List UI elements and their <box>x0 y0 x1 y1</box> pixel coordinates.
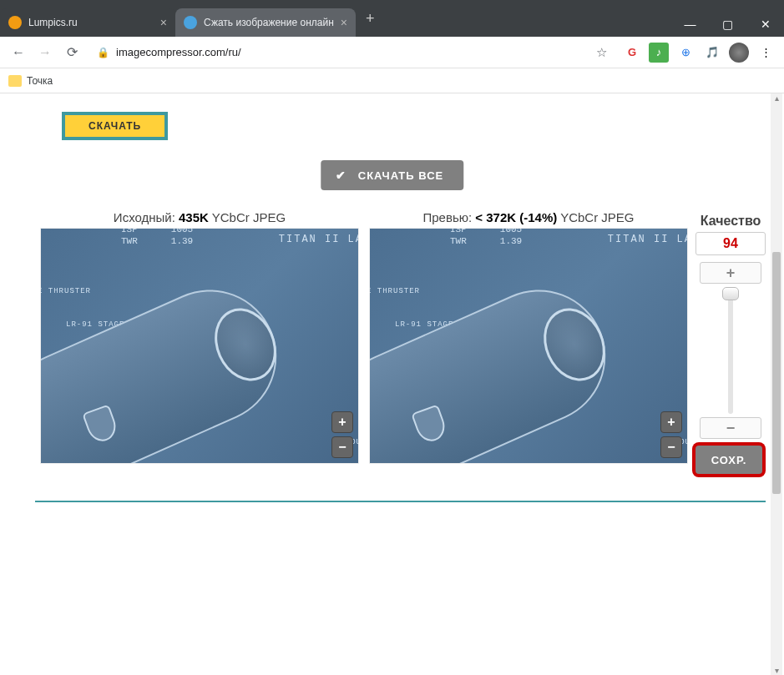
download-button[interactable]: СКАЧАТЬ <box>62 112 168 140</box>
close-icon[interactable]: × <box>334 16 347 29</box>
quality-value-input[interactable]: 94 <box>695 232 766 255</box>
media-control-icon[interactable]: 🎵 <box>702 43 722 63</box>
browser-titlebar: Lumpics.ru × Сжать изображение онлайн × … <box>0 0 784 37</box>
quality-title: Качество <box>695 214 766 229</box>
reload-button[interactable]: ⟳ <box>60 41 83 64</box>
bookmark-star-icon[interactable]: ☆ <box>596 45 607 60</box>
blueprint-table: ISP1005 TWR1.39 <box>445 228 527 247</box>
zoom-controls: + − <box>660 411 682 458</box>
divider <box>35 501 766 502</box>
preview-image-panel[interactable]: ISP1005 TWR1.39 TITAN II LA E THRUSTER L… <box>369 228 688 464</box>
quality-slider[interactable] <box>728 289 733 414</box>
original-heading: Исходный: 435K YCbCr JPEG <box>40 210 359 224</box>
tab-imagecompressor[interactable]: Сжать изображение онлайн × <box>175 8 356 37</box>
preview-heading: Превью: < 372K (-14%) YCbCr JPEG <box>369 210 688 224</box>
page-viewport: СКАЧАТЬ ✔ СКАЧАТЬ ВСЕ Исходный: 435K YCb… <box>0 93 784 675</box>
bookmarks-bar: Точка <box>0 68 784 93</box>
back-button[interactable]: ← <box>7 41 30 64</box>
images-row: ISP1005 TWR1.39 TITAN II LA E THRUSTER L… <box>40 228 688 464</box>
lock-icon: 🔒 <box>97 47 109 58</box>
address-bar[interactable]: 🔒 imagecompressor.com/ru/ ☆ <box>87 41 617 64</box>
save-button[interactable]: СОХР. <box>695 446 762 474</box>
download-all-label: СКАЧАТЬ ВСЕ <box>358 169 443 182</box>
quality-plus-button[interactable]: + <box>700 262 761 284</box>
scroll-down-icon[interactable]: ▾ <box>771 666 782 675</box>
blueprint-table: ISP1005 TWR1.39 <box>116 228 198 247</box>
zoom-out-button[interactable]: − <box>660 436 682 458</box>
profile-avatar[interactable] <box>729 43 749 63</box>
slider-thumb[interactable] <box>722 287 739 300</box>
quality-minus-button[interactable]: − <box>700 417 761 439</box>
extension-icon[interactable]: ♪ <box>649 43 669 63</box>
blueprint-label: E THRUSTER <box>40 287 91 295</box>
original-image-panel[interactable]: ISP1005 TWR1.39 TITAN II LA E THRUSTER L… <box>40 228 359 464</box>
bookmark-item[interactable]: Точка <box>27 75 53 87</box>
tab-label: Lumpics.ru <box>28 17 78 28</box>
forward-button[interactable]: → <box>33 41 57 64</box>
extension-icon[interactable]: ⊕ <box>675 43 695 63</box>
minimize-button[interactable]: — <box>671 12 709 37</box>
new-tab-button[interactable]: + <box>356 10 385 28</box>
zoom-out-button[interactable]: − <box>331 436 353 458</box>
maximize-button[interactable]: ▢ <box>709 12 746 37</box>
zoom-in-button[interactable]: + <box>660 411 682 433</box>
menu-icon[interactable]: ⋮ <box>756 43 776 63</box>
download-all-button[interactable]: ✔ СКАЧАТЬ ВСЕ <box>321 160 463 190</box>
tab-lumpics[interactable]: Lumpics.ru × <box>0 8 175 37</box>
blueprint-label: E THRUSTER <box>369 287 420 295</box>
zoom-controls: + − <box>331 411 353 458</box>
vertical-scrollbar[interactable]: ▴ ▾ <box>771 93 782 675</box>
close-button[interactable]: ✕ <box>746 12 784 37</box>
compare-headings: Исходный: 435K YCbCr JPEG Превью: < 372K… <box>40 210 688 224</box>
check-icon: ✔ <box>336 169 346 182</box>
address-bar-row: ← → ⟳ 🔒 imagecompressor.com/ru/ ☆ G ♪ ⊕ … <box>0 37 784 68</box>
blueprint-title: TITAN II LA <box>608 234 688 245</box>
extension-icon[interactable]: G <box>622 43 642 63</box>
folder-icon <box>8 75 22 87</box>
blueprint-title: TITAN II LA <box>279 234 359 245</box>
compare-section: Исходный: 435K YCbCr JPEG Превью: < 372K… <box>40 210 688 464</box>
download-card: СКАЧАТЬ <box>62 112 168 140</box>
tab-label: Сжать изображение онлайн <box>204 17 334 28</box>
favicon-lumpics <box>8 16 22 29</box>
zoom-in-button[interactable]: + <box>331 411 353 433</box>
url-text: imagecompressor.com/ru/ <box>116 46 241 58</box>
quality-panel: Качество 94 + − СОХР. <box>695 214 766 474</box>
window-controls: — ▢ ✕ <box>671 12 784 37</box>
favicon-compressor <box>184 16 197 29</box>
scrollbar-thumb[interactable] <box>772 252 781 494</box>
scroll-up-icon[interactable]: ▴ <box>771 93 782 103</box>
close-icon[interactable]: × <box>154 16 167 29</box>
